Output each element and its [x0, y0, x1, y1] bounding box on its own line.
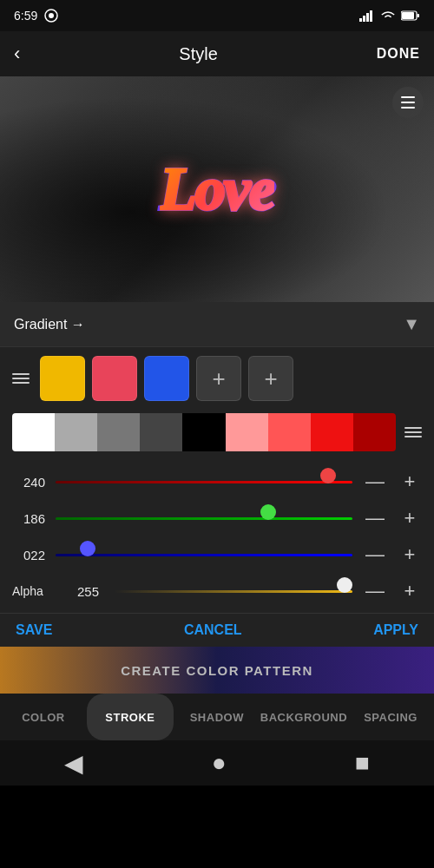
main-panel: Gradient → ▼ + +: [0, 302, 434, 786]
grad-seg-mgray: [97, 413, 140, 451]
sliders-section: 240 — + 186 — + 022 — + Alpha: [0, 458, 434, 613]
action-row: SAVE CANCEL APPLY: [0, 613, 434, 647]
alpha-slider[interactable]: [115, 584, 352, 587]
page-title: Style: [179, 44, 217, 64]
grad-seg-lgray: [55, 413, 97, 451]
reorder-icon[interactable]: [12, 373, 30, 384]
grad-seg-pink2: [268, 413, 311, 451]
red-slider-track: [56, 481, 352, 483]
grad-seg-black: [182, 413, 225, 451]
svg-rect-4: [366, 13, 369, 22]
media-icon: [44, 9, 58, 23]
create-pattern-label: CREATE COLOR PATTERN: [121, 663, 313, 678]
nav-bar: ◀ ● ■: [0, 740, 434, 786]
blue-increment-button[interactable]: +: [398, 542, 422, 567]
recents-nav-button[interactable]: ■: [338, 742, 387, 784]
back-nav-button[interactable]: ◀: [47, 742, 101, 785]
back-button[interactable]: ‹: [14, 43, 20, 65]
alpha-slider-track: [115, 590, 352, 593]
green-slider[interactable]: [56, 511, 352, 514]
preview-area: Love Love: [0, 76, 434, 302]
alpha-prefix-label: Alpha: [12, 584, 64, 598]
create-color-pattern-button[interactable]: CREATE COLOR PATTERN: [0, 647, 434, 694]
tab-stroke[interactable]: STROKE: [87, 694, 174, 740]
swatch-pink[interactable]: [92, 356, 137, 401]
svg-rect-3: [363, 16, 365, 22]
blue-slider-row: 022 — +: [12, 536, 422, 573]
tab-background[interactable]: BACKGROUND: [260, 694, 347, 740]
grad-seg-dred: [353, 413, 396, 451]
blue-value-label: 022: [12, 548, 45, 562]
home-nav-button[interactable]: ●: [194, 742, 244, 784]
add-swatch-button-2[interactable]: +: [248, 356, 293, 401]
save-button[interactable]: SAVE: [16, 622, 52, 638]
gradient-label: Gradient →: [14, 317, 85, 332]
grad-seg-dgray: [140, 413, 182, 451]
signal-icon: [359, 10, 375, 22]
love-text: Love: [160, 155, 274, 224]
grad-seg-lpink: [226, 413, 268, 451]
blue-decrement-button[interactable]: —: [363, 542, 387, 567]
cancel-button[interactable]: CANCEL: [184, 622, 242, 638]
battery-icon: [401, 10, 420, 21]
svg-rect-8: [418, 14, 420, 17]
bottom-tabs: COLOR STROKE SHADOW BACKGROUND SPACING: [0, 694, 434, 740]
apply-button[interactable]: APPLY: [373, 622, 418, 638]
blue-slider-track: [56, 554, 352, 556]
alpha-decrement-button[interactable]: —: [363, 579, 387, 603]
green-value-label: 186: [12, 511, 45, 526]
green-increment-button[interactable]: +: [398, 506, 422, 530]
status-left: 6:59: [14, 9, 58, 23]
green-decrement-button[interactable]: —: [363, 506, 387, 530]
red-slider-row: 240 — +: [12, 464, 422, 500]
red-decrement-button[interactable]: —: [363, 470, 387, 494]
red-increment-button[interactable]: +: [398, 470, 422, 494]
tab-color[interactable]: COLOR: [0, 694, 87, 740]
grad-seg-white: [12, 413, 55, 451]
tab-shadow[interactable]: SHADOW: [174, 694, 260, 740]
top-bar: ‹ Style DONE: [0, 31, 434, 76]
done-button[interactable]: DONE: [377, 46, 420, 62]
svg-rect-5: [370, 10, 372, 22]
alpha-increment-button[interactable]: +: [398, 579, 422, 603]
swatch-blue[interactable]: [144, 356, 189, 401]
swatch-yellow[interactable]: [40, 356, 85, 401]
tab-spacing[interactable]: SPACING: [347, 694, 434, 740]
color-swatches-row: + +: [0, 347, 434, 410]
green-slider-track: [56, 517, 352, 520]
gradient-bar[interactable]: [12, 413, 396, 451]
alpha-value-label: 255: [75, 584, 99, 599]
green-slider-row: 186 — +: [12, 500, 422, 536]
add-swatch-button-1[interactable]: +: [196, 356, 241, 401]
svg-point-1: [49, 13, 54, 18]
wifi-icon: [380, 10, 396, 22]
red-value-label: 240: [12, 475, 45, 490]
dropdown-arrow-icon[interactable]: ▼: [403, 314, 420, 334]
gradient-options-icon[interactable]: [404, 427, 422, 437]
preview-menu-icon[interactable]: [392, 87, 424, 118]
red-slider[interactable]: [56, 475, 352, 477]
grad-seg-red: [311, 413, 353, 451]
status-bar: 6:59: [0, 0, 434, 31]
svg-rect-7: [402, 12, 414, 19]
alpha-slider-row: Alpha 255 — +: [12, 573, 422, 609]
svg-rect-2: [359, 18, 362, 22]
status-time: 6:59: [14, 9, 37, 23]
gradient-preview-row: [0, 410, 434, 458]
blue-slider[interactable]: [56, 548, 352, 550]
gradient-row[interactable]: Gradient → ▼: [0, 302, 434, 347]
status-right: [359, 10, 420, 22]
